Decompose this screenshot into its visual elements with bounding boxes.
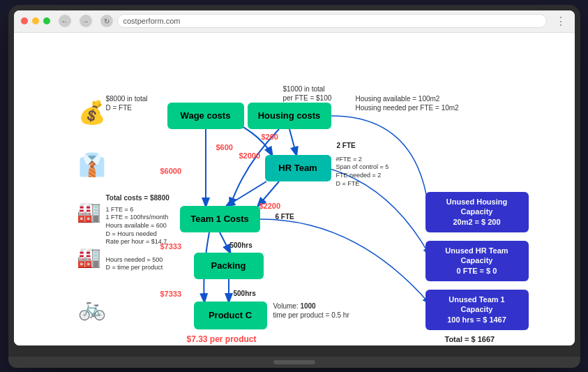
url-text: costperform.com xyxy=(123,17,181,25)
fte-6-label: 6 FTE xyxy=(276,212,294,222)
laptop-base xyxy=(8,357,580,368)
forward-button[interactable]: → xyxy=(80,15,92,27)
bike-icon: 🚲 xyxy=(78,295,106,321)
hrs-500-2-label: 500hrs xyxy=(234,289,256,299)
housing-right-label: Housing available = 100m2Housing needed … xyxy=(356,94,459,112)
factory-icon-1: 🏭 xyxy=(77,200,101,223)
diagram-area: 💰 👔 🏭 🏭 🚲 $8000 in totalD = FTE $1000 in… xyxy=(14,33,575,345)
unused-team1-node: Unused Team 1Capacity100 hrs = $ 1467 xyxy=(425,290,529,330)
volume-label: Volume: 1000time per product = 0.5 hr xyxy=(273,302,349,320)
unused-hr-node: Unused HR TeamCapacity0 FTE = $ 0 xyxy=(425,241,529,281)
url-bar[interactable]: costperform.com xyxy=(117,14,547,28)
laptop-notch xyxy=(273,360,315,364)
svg-line-3 xyxy=(220,232,230,253)
factory-icon-2: 🏭 xyxy=(77,246,101,269)
laptop-container: ← → ↻ costperform.com ⋮ xyxy=(8,5,580,368)
amount-200-label: $200 xyxy=(262,133,278,141)
housing-costs-node: Housing costs xyxy=(248,103,331,129)
menu-button[interactable]: ⋮ xyxy=(555,15,568,27)
amount-6000-label: $6000 xyxy=(160,167,182,175)
packing-node: Packing xyxy=(194,253,264,279)
product-c-node: Product C xyxy=(194,302,267,329)
amount-7333-2-label: $7333 xyxy=(160,290,182,298)
fte-info-label: 1 FTE = 61 FTE = 100hrs/monthHours avail… xyxy=(106,206,169,246)
close-button[interactable] xyxy=(21,17,28,24)
team1-costs-node: Team 1 Costs xyxy=(180,206,260,232)
browser-bar: ← → ↻ costperform.com ⋮ xyxy=(14,10,575,33)
hr-team-node: HR Team xyxy=(265,155,331,181)
laptop-screen: ← → ↻ costperform.com ⋮ xyxy=(14,10,575,345)
amount-600-label: $600 xyxy=(216,143,233,151)
maximize-button[interactable] xyxy=(43,17,50,24)
amount-7333-1-label: $7333 xyxy=(160,242,182,251)
refresh-button[interactable]: ↻ xyxy=(100,15,113,27)
hrs-needed-label: Hours needed = 500D = time per product xyxy=(106,256,163,272)
price-label: $7.33 per product xyxy=(187,334,257,344)
wage-costs-node: Wage costs xyxy=(167,103,244,129)
total-costs-label: Total costs = $8800 xyxy=(106,193,169,202)
hr-team-info: #FTE = 2Span of control = 5FTE needed = … xyxy=(336,156,389,188)
money-icon: 💰 xyxy=(78,99,106,126)
amount-2000-label: $2000 xyxy=(239,151,261,160)
fte-2-label: 2 FTE xyxy=(337,141,356,151)
minimize-button[interactable] xyxy=(32,17,39,24)
hrs-500-1-label: 500hrs xyxy=(230,241,252,251)
svg-line-1 xyxy=(289,129,296,155)
back-button[interactable]: ← xyxy=(59,15,71,27)
manager-icon: 👔 xyxy=(78,151,106,178)
total-label: Total = $ 1667 xyxy=(445,334,495,345)
unused-housing-node: Unused HousingCapacity20m2 = $ 200 xyxy=(425,192,529,232)
amount-2200-label: $2200 xyxy=(259,202,281,210)
wage-top-label: $8000 in totalD = FTE xyxy=(106,94,148,112)
